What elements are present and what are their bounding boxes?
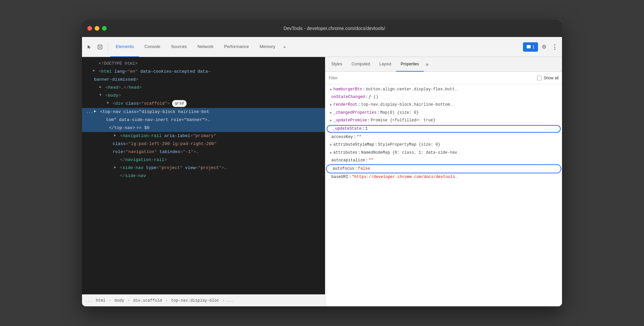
html-line[interactable]: <!DOCTYPE html> bbox=[82, 60, 325, 68]
html-line[interactable]: ▼ <html lang="en" data-cookies-accepted … bbox=[82, 68, 325, 76]
prop-key: renderRoot bbox=[333, 102, 357, 108]
prop-key: attributes bbox=[333, 150, 357, 156]
prop-row[interactable]: ▶ renderRoot : top-nav.display-block.hai… bbox=[325, 101, 562, 109]
html-line[interactable]: banner-dismissed> bbox=[82, 76, 325, 84]
toolbar-divider bbox=[108, 42, 108, 52]
prop-row[interactable]: ▶ hamburgerBtn : button.align-center.dis… bbox=[325, 86, 562, 93]
tab-network[interactable]: Network bbox=[192, 37, 219, 57]
prop-key: autocapitalize bbox=[331, 157, 365, 164]
show-all-area: Show all bbox=[537, 76, 559, 80]
expand-icon: ▶ bbox=[330, 118, 332, 123]
breadcrumb-dots: ... bbox=[85, 298, 93, 303]
expand-icon: ▶ bbox=[330, 142, 332, 148]
html-line[interactable]: role="navigation" tabindex="-1">… bbox=[82, 148, 325, 156]
prop-value: ƒ () bbox=[369, 94, 378, 100]
breadcrumb-item-div-scaffold[interactable]: div.scaffold bbox=[131, 298, 164, 304]
html-line[interactable]: </side-nav bbox=[82, 172, 325, 180]
title-bar: DevTools - developer.chrome.com/docs/dev… bbox=[82, 20, 562, 37]
prop-row[interactable]: ▶ attributes : NamedNodeMap {0: class, 1… bbox=[325, 149, 562, 157]
prop-key: onStateChanged bbox=[331, 94, 365, 100]
prop-value: "" bbox=[357, 134, 361, 140]
tab-console[interactable]: Console bbox=[139, 37, 166, 57]
tab-memory[interactable]: Memory bbox=[254, 37, 281, 57]
html-line[interactable]: </navigation-rail> bbox=[82, 156, 325, 164]
breadcrumb-more: ... bbox=[226, 298, 234, 303]
prop-row[interactable]: accessKey : "" bbox=[325, 133, 562, 141]
prop-value: top-nav.display-block.hairline-bottom… bbox=[361, 102, 452, 108]
traffic-lights bbox=[87, 26, 107, 31]
tab-elements[interactable]: Elements bbox=[110, 37, 139, 57]
tab-more-btn[interactable]: » bbox=[281, 37, 288, 57]
expand-icon: ▶ bbox=[330, 102, 332, 108]
html-line[interactable]: ▶ <head>…</head> bbox=[82, 84, 325, 92]
prop-row[interactable]: ▶ _updatePromise : Promise {<fulfilled>:… bbox=[325, 117, 562, 124]
prop-key: accessKey bbox=[331, 134, 353, 140]
svg-rect-1 bbox=[99, 46, 101, 48]
prop-row[interactable]: ▶ _changedProperties : Map(0) {size: 0} bbox=[325, 109, 562, 117]
prop-row[interactable]: ▶ attributeStyleMap : StylePropertyMap {… bbox=[325, 141, 562, 149]
settings-btn[interactable]: ⚙ bbox=[539, 42, 549, 52]
tab-sources[interactable]: Sources bbox=[166, 37, 192, 57]
prop-value: false bbox=[358, 166, 370, 172]
prop-row-highlighted[interactable]: _updateState : 1 bbox=[327, 125, 561, 133]
devtools-body: Elements Console Sources Network Perform… bbox=[82, 37, 562, 306]
inspect-icon bbox=[97, 44, 103, 50]
right-tab-more[interactable]: » bbox=[424, 57, 431, 72]
toolbar-right: 1 ⚙ ⋮ bbox=[523, 42, 559, 52]
html-line-selected[interactable]: ... ▶ <top-nav class="display-block hair… bbox=[82, 108, 325, 116]
more-options-btn[interactable]: ⋮ bbox=[550, 42, 559, 52]
prop-value: "https://developer.chrome.com/docs/devto… bbox=[352, 174, 458, 180]
prop-key: attributeStyleMap bbox=[333, 142, 374, 148]
right-toolbar: Styles Computed Layout Properties » bbox=[325, 57, 562, 72]
html-line[interactable]: ▼ <div class="scaffold"> grid bbox=[82, 100, 325, 108]
filter-input[interactable] bbox=[329, 76, 537, 80]
prop-key: _updatePromise bbox=[333, 117, 367, 124]
cursor-icon bbox=[87, 44, 92, 50]
minimize-button[interactable] bbox=[95, 26, 99, 31]
expand-icon: ▶ bbox=[330, 150, 332, 156]
properties-list: ▶ hamburgerBtn : button.align-center.dis… bbox=[325, 84, 562, 306]
cursor-icon-btn[interactable] bbox=[85, 42, 94, 52]
breadcrumb-item-body[interactable]: body bbox=[113, 298, 126, 304]
breadcrumb-bar: ... html › body › div.scaffold › top-nav… bbox=[82, 294, 325, 306]
tab-performance[interactable]: Performance bbox=[219, 37, 254, 57]
tab-properties[interactable]: Properties bbox=[396, 57, 424, 72]
prop-value: 1 bbox=[365, 126, 368, 132]
expand-icon: ▶ bbox=[330, 110, 332, 116]
prop-value: button.align-center.display-flex.butt… bbox=[366, 86, 457, 93]
toolbar-icons bbox=[85, 42, 105, 52]
tab-layout[interactable]: Layout bbox=[375, 57, 396, 72]
prop-key: autofocus bbox=[333, 166, 354, 172]
prop-row[interactable]: baseURI : "https://developer.chrome.com/… bbox=[325, 173, 562, 181]
tab-computed[interactable]: Computed bbox=[347, 57, 375, 72]
window-title: DevTools - developer.chrome.com/docs/dev… bbox=[112, 26, 557, 31]
breadcrumb-item-html[interactable]: html bbox=[94, 298, 108, 304]
breadcrumb-item-top-nav[interactable]: top-nav.display-bloc bbox=[169, 298, 221, 304]
inspect-icon-btn[interactable] bbox=[95, 42, 105, 52]
properties-panel: Styles Computed Layout Properties » bbox=[325, 57, 562, 306]
html-line-selected[interactable]: </top-nav> == $0 bbox=[82, 124, 325, 132]
prop-value: StylePropertyMap {size: 0} bbox=[378, 142, 440, 148]
prop-row-autofocus-highlighted[interactable]: autofocus : false bbox=[327, 165, 561, 173]
prop-row[interactable]: onStateChanged : ƒ () bbox=[325, 93, 562, 101]
prop-value: Promise {<fulfilled>: true} bbox=[371, 117, 435, 124]
html-line[interactable]: ▼ <body> bbox=[82, 92, 325, 100]
html-line[interactable]: ▶ <side-nav type="project" view="project… bbox=[82, 164, 325, 172]
grid-badge[interactable]: grid bbox=[172, 100, 187, 107]
close-button[interactable] bbox=[87, 26, 92, 31]
maximize-button[interactable] bbox=[102, 26, 107, 31]
issues-badge-btn[interactable]: 1 bbox=[523, 42, 538, 52]
main-toolbar: Elements Console Sources Network Perform… bbox=[82, 37, 562, 57]
prop-row[interactable]: autocapitalize : "" bbox=[325, 157, 562, 164]
prop-value: NamedNodeMap {0: class, 1: data-side-nav… bbox=[361, 150, 459, 156]
html-line[interactable]: class="lg:pad-left-200 lg:pad-right-200" bbox=[82, 140, 325, 148]
html-source[interactable]: <!DOCTYPE html> ▼ <html lang="en" data-c… bbox=[82, 57, 325, 294]
tab-styles[interactable]: Styles bbox=[327, 57, 347, 72]
svg-rect-2 bbox=[527, 45, 531, 48]
chat-icon bbox=[526, 45, 531, 49]
html-line-selected[interactable]: tom" data-side-nav-inert role="banner">… bbox=[82, 116, 325, 124]
html-line[interactable]: ▶ <navigation-rail aria-label="primary" bbox=[82, 132, 325, 140]
show-all-checkbox[interactable] bbox=[537, 76, 542, 80]
expand-icon: ▶ bbox=[330, 87, 332, 92]
filter-row: Show all bbox=[325, 72, 562, 84]
